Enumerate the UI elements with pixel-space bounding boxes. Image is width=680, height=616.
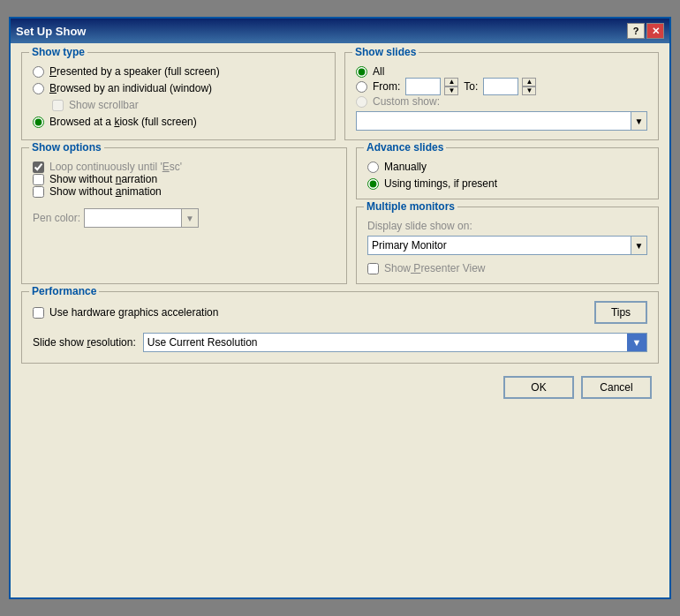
from-spin-up[interactable]: ▲ [444,78,458,86]
radio-individual-item: Browsed by an individual (window) [33,82,324,94]
tips-button[interactable]: Tips [594,301,647,324]
narration-item: Show without narration [33,173,336,185]
show-slides-panel: Show slides All From: ▲ ▼ [344,52,659,140]
presenter-view-label: Show Presenter View [384,262,486,274]
radio-timings[interactable] [367,178,379,190]
resolution-row: Slide show resolution: Use Current Resol… [33,333,647,352]
radio-from-slides[interactable] [356,81,367,93]
loop-label: Loop continuously until 'Esc' [49,161,182,173]
custom-show-item: Custom show: [356,95,647,108]
show-options-title: Show options [29,141,104,154]
radio-individual-label: Browsed by an individual (window) [49,82,212,94]
custom-show-label: Custom show: [373,95,440,108]
radio-kiosk-label: Browsed at a kiosk (full screen) [49,116,197,128]
perf-top-row: Use hardware graphics acceleration Tips [33,301,647,324]
slides-from-item: From: ▲ ▼ To: ▲ [356,78,647,95]
display-label: Display slide show on: [367,220,647,232]
to-spin-buttons: ▲ ▼ [522,78,536,95]
top-row: Show type Presented by a speaker (full s… [21,52,659,140]
slides-all-item: All [356,65,647,78]
close-button[interactable]: ✕ [646,23,664,39]
show-slides-title: Show slides [352,46,419,58]
buttons-row: OK Cancel [21,372,659,406]
middle-row: Show options Loop continuously until 'Es… [21,147,659,284]
presenter-view-item: Show Presenter View [367,262,647,274]
slides-all-label: All [373,65,384,78]
pen-color-dropdown[interactable]: ▼ [84,208,199,228]
timings-item: Using timings, if present [367,177,647,190]
monitor-dropdown-text: Primary Monitor [368,239,631,252]
title-bar-controls: ? ✕ [627,23,664,39]
from-spin: ▲ ▼ [405,78,458,95]
cancel-button[interactable]: Cancel [581,376,652,399]
hw-accel-item: Use hardware graphics acceleration [33,306,218,319]
to-input[interactable] [483,78,518,95]
show-type-title: Show type [29,46,87,58]
animation-checkbox[interactable] [33,186,44,198]
performance-title: Performance [29,285,99,297]
hw-accel-checkbox[interactable] [33,307,44,319]
loop-checkbox[interactable] [33,162,44,173]
animation-item: Show without animation [33,185,336,198]
slides-to-label: To: [464,80,478,93]
show-type-content: Presented by a speaker (full screen) Bro… [33,65,324,128]
loop-item: Loop continuously until 'Esc' [33,161,336,173]
radio-individual[interactable] [33,83,44,94]
radio-speaker-item: Presented by a speaker (full screen) [33,65,324,78]
presenter-view-checkbox[interactable] [367,263,379,274]
scrollbar-item: Show scrollbar [52,99,324,111]
to-spin-up[interactable]: ▲ [522,78,536,86]
radio-custom-show[interactable] [356,96,367,108]
advance-slides-panel: Advance slides Manually Using timings, i… [356,147,659,199]
animation-label: Show without animation [49,185,162,198]
advance-slides-content: Manually Using timings, if present [367,161,647,190]
multiple-monitors-title: Multiple monitors [364,200,457,213]
scrollbar-checkbox[interactable] [52,100,64,111]
dialog-title: Set Up Show [16,25,86,38]
radio-speaker[interactable] [33,66,44,78]
color-swatch [85,209,182,227]
right-panels: Advance slides Manually Using timings, i… [356,147,659,284]
resolution-dropdown[interactable]: Use Current Resolution ▼ [143,333,647,352]
custom-show-dropdown[interactable]: ▼ [356,111,647,131]
resolution-dropdown-btn[interactable]: ▼ [627,334,646,351]
show-options-content: Loop continuously until 'Esc' Show witho… [33,161,336,228]
radio-kiosk[interactable] [33,116,44,128]
radio-manually[interactable] [367,162,379,173]
from-spin-down[interactable]: ▼ [444,86,458,95]
to-spin-down[interactable]: ▼ [522,86,536,95]
resolution-label: Slide show resolution: [33,336,136,349]
custom-show-dropdown-btn[interactable]: ▼ [631,112,646,130]
help-button[interactable]: ? [627,23,645,39]
pen-color-container: Pen color: ▼ [33,208,336,228]
performance-panel: Performance Use hardware graphics accele… [21,291,659,364]
advance-slides-title: Advance slides [364,141,446,154]
radio-all-slides[interactable] [356,66,367,78]
show-slides-content: All From: ▲ ▼ To: [356,65,647,131]
monitor-dropdown-btn[interactable]: ▼ [631,237,646,254]
monitor-dropdown[interactable]: Primary Monitor ▼ [367,236,647,255]
title-bar: Set Up Show ? ✕ [11,19,669,43]
narration-checkbox[interactable] [33,174,44,185]
scrollbar-label: Show scrollbar [69,99,139,111]
timings-label: Using timings, if present [384,177,497,190]
manually-label: Manually [384,161,427,173]
show-type-panel: Show type Presented by a speaker (full s… [21,52,336,140]
pen-color-label: Pen color: [33,212,80,224]
custom-show-dropdown-container: ▼ [356,111,647,131]
dialog-body: Show type Presented by a speaker (full s… [11,43,669,415]
narration-label: Show without narration [49,173,157,185]
slides-from-label: From: [373,80,400,93]
from-input[interactable] [405,78,441,95]
to-spin: ▲ ▼ [483,78,536,95]
radio-kiosk-item: Browsed at a kiosk (full screen) [33,116,324,128]
ok-button[interactable]: OK [503,376,574,399]
resolution-dropdown-text: Use Current Resolution [144,336,627,349]
from-spin-buttons: ▲ ▼ [444,78,458,95]
color-dropdown-btn[interactable]: ▼ [182,209,198,227]
radio-speaker-label: Presented by a speaker (full screen) [49,65,220,78]
hw-accel-label: Use hardware graphics acceleration [49,306,218,319]
multiple-monitors-panel: Multiple monitors Display slide show on:… [356,207,659,284]
show-options-panel: Show options Loop continuously until 'Es… [21,147,347,284]
manually-item: Manually [367,161,647,173]
